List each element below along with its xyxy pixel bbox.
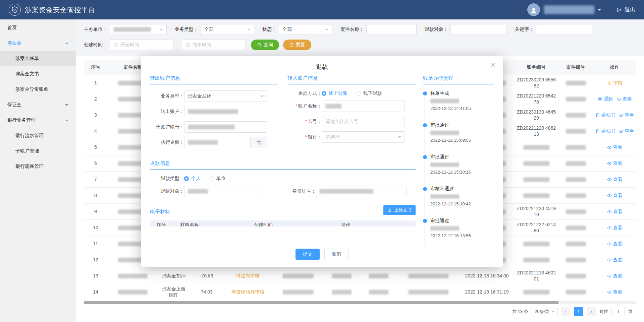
transfer-out-field-3[interactable] [184,137,251,148]
cancel-button[interactable]: 取消 [324,249,348,260]
redacted-text [566,177,586,182]
table-cell: 12 [84,257,107,263]
materials-column-header: 创建时间 [254,220,341,227]
table-cell: 审核 [593,80,636,86]
radio-offline-refund[interactable]: 线下退款 [356,90,382,96]
section-title-refund-info: 退款信息 [150,160,416,170]
sidebar-item[interactable]: 银行业务管理 [0,113,76,128]
redacted-text [188,109,238,114]
filter-org-select[interactable] [110,24,167,35]
action-label: 审核 [613,80,623,86]
filter-keyword-input[interactable] [536,24,592,35]
horizontal-scrollbar[interactable] [84,301,636,304]
radio-label: 线下退款 [363,90,382,96]
sidebar-item-label: 涉案金异常账单 [15,86,48,92]
view-action-button[interactable]: 查看 [619,112,634,118]
view-action-button[interactable]: 查看 [616,96,632,102]
user-avatar-icon[interactable] [527,3,540,16]
redacted-text [283,274,314,278]
audit-action-button[interactable]: 审核 [607,80,623,86]
create-time-label: 创建时间： [84,42,107,48]
refund-type-radio-group: 个人单位 [184,176,234,182]
view-action-button[interactable]: 查看 [607,257,623,263]
section-title-transfer-out: 转出账户信息 [150,75,278,84]
column-header-case_no: 案件编号 [558,64,593,70]
row-index: 9 [94,209,97,215]
radio-personal[interactable]: 个人 [184,176,201,182]
view-action-button[interactable]: 查看 [607,209,623,215]
chevron-down-icon[interactable] [598,9,601,12]
table-row[interactable]: 14涉案金上缴国库-74.03待警保领导审核2022-12-13 16:31:1… [84,284,636,300]
start-time-input[interactable]: 开始时间 [110,40,173,50]
transfer-in-field-2[interactable]: 请选择 [322,131,405,143]
next-page-button[interactable]: › [587,307,596,316]
prev-page-button[interactable]: ‹ [561,307,571,316]
view-action-button[interactable]: 查看 [607,289,623,295]
logout-button[interactable]: 退出 [616,6,635,13]
upload-doc-label: 上传文书 [394,207,412,213]
transfer-in-field-1[interactable]: 请输入转入卡号 [322,116,405,127]
view-action-button[interactable]: 查看 [607,225,623,231]
table-cell [515,177,558,182]
search-icon [257,43,262,47]
view-action-button[interactable]: 查看 [607,241,623,247]
submit-button[interactable]: 提交 [296,249,320,260]
upload-icon [387,208,392,212]
end-time-input[interactable]: 结束时间 [182,40,246,50]
transfer-out-field-1[interactable] [184,106,267,117]
scrollbar-thumb[interactable] [84,301,559,304]
radio-unit[interactable]: 单位 [209,176,226,182]
filter-refund-target-input[interactable] [450,24,507,35]
sidebar-item[interactable]: 涉案金异常账单 [0,82,76,97]
view-action-button[interactable]: 查看 [607,193,623,199]
transfer-out-section: 转出账户信息 业务类型：涉案金发还转出账户：子账户账号：执行金额：元 [150,75,278,152]
redacted-text [188,189,208,194]
sidebar-item[interactable]: 涉案金 [0,36,76,51]
sidebar-item[interactable]: 银行流水管理 [0,128,76,143]
filter-biz-type-select[interactable]: 全部 [201,24,254,35]
redacted-text [369,290,388,295]
table-row[interactable]: 13涉案金扣押+76.83待法制审核2022-12-13 16:34:00ZD2… [84,268,636,284]
refund-action-button[interactable]: 退款 [598,96,613,102]
refund-type-radio-mount: 退款类型：个人单位 [150,176,416,182]
filter-value: 全部 [204,26,214,33]
sidebar-item[interactable]: 子账户管理 [0,143,76,159]
timeline-step: 审批通过2022-12-12 15:10:16 [430,154,494,175]
sidebar-item[interactable]: 银行调账管理 [0,159,76,174]
close-icon[interactable]: × [491,61,495,69]
field-label: 业务类型： [150,93,184,99]
search-button[interactable]: 查询 [251,40,279,50]
view-action-button[interactable]: 查看 [607,177,623,183]
view-action-button[interactable]: 查看 [607,144,623,150]
sidebar-item[interactable]: 首页 [0,20,76,36]
row-index: 13 [93,273,98,279]
redacted-text [566,81,586,85]
page-number-1[interactable]: 1 [574,307,583,316]
refund-target-field[interactable] [184,186,263,197]
cell-amount: -74.03 [199,289,213,295]
goto-page-input[interactable]: 1 [611,307,625,316]
sidebar-item[interactable]: 涉案金文书 [0,66,76,82]
notice-action-button[interactable]: 通知书 [595,128,615,134]
transfer-out-field-2[interactable] [184,121,267,133]
filter-status-select[interactable]: 全部 [279,24,332,35]
radio-online-transfer[interactable]: 线上转账 [322,90,347,96]
reset-button[interactable]: 重置 [283,40,311,50]
redacted-text [566,129,586,134]
view-action-button[interactable]: 查看 [619,128,634,134]
sidebar-item[interactable]: 涉案金账单 [0,51,76,66]
sidebar-item[interactable]: 保证金 [0,97,76,113]
view-action-button[interactable]: 查看 [607,160,623,167]
page-size-select[interactable]: 20条/页 [532,307,558,316]
upload-doc-button[interactable]: 上传文书 [383,205,416,215]
transfer-out-field-0[interactable]: 涉案金发还 [184,90,267,102]
redacted-text [523,290,549,295]
id-number-field[interactable] [316,186,407,197]
view-action-button[interactable]: 查看 [607,273,623,279]
filter-row-1: 主办单位：业务类型：全部状态：全部案件名称：退款对象：关键字： [84,24,636,35]
transfer-in-field-0[interactable] [322,101,405,112]
action-label: 查看 [623,96,632,102]
notice-action-button[interactable]: 通知书 [595,112,615,118]
action-label: 查看 [613,177,623,183]
filter-case-name-input[interactable] [366,24,417,35]
